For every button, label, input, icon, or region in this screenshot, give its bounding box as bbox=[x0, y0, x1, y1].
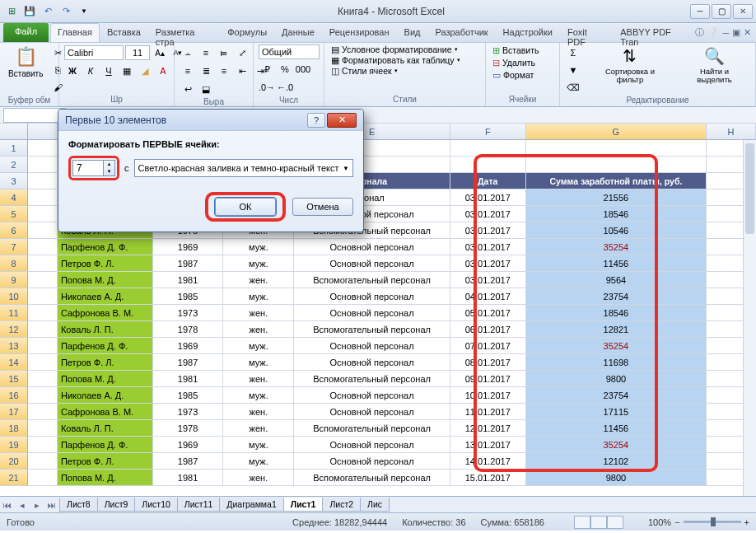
cell-D20[interactable]: муж. bbox=[223, 453, 294, 470]
comma-icon[interactable]: 000 bbox=[295, 61, 311, 77]
cell-F13[interactable]: 07.01.2017 bbox=[450, 338, 526, 354]
name-box[interactable] bbox=[3, 108, 66, 123]
cell-G20[interactable]: 12102 bbox=[526, 453, 707, 470]
sheet-nav-prev-icon[interactable]: ◂ bbox=[15, 498, 30, 512]
cell-F1[interactable] bbox=[450, 140, 526, 157]
cell-F19[interactable]: 13.01.2017 bbox=[450, 437, 526, 453]
cell-D19[interactable]: муж. bbox=[223, 437, 294, 453]
cell-A1[interactable] bbox=[28, 140, 58, 157]
maximize-button[interactable]: ▢ bbox=[712, 4, 731, 19]
cell-A4[interactable] bbox=[28, 189, 58, 206]
ribbon-tab-0[interactable]: Главная bbox=[50, 23, 100, 42]
cell-G10[interactable]: 23754 bbox=[526, 288, 707, 305]
cell-A16[interactable] bbox=[28, 387, 58, 404]
row-header-20[interactable]: 20 bbox=[0, 453, 28, 470]
cell-A14[interactable] bbox=[28, 354, 58, 371]
cell-C21[interactable]: 1981 bbox=[153, 470, 224, 486]
row-header-21[interactable]: 21 bbox=[0, 470, 28, 486]
cell-A3[interactable] bbox=[28, 173, 58, 189]
cell-D21[interactable]: жен. bbox=[223, 470, 294, 486]
align-top-icon[interactable]: ⫠ bbox=[180, 44, 196, 61]
dec-decimal-icon[interactable]: ←.0 bbox=[277, 79, 293, 96]
sheet-nav-last-icon[interactable]: ⏭ bbox=[44, 498, 59, 512]
align-middle-icon[interactable]: ≡ bbox=[198, 44, 214, 61]
cell-A10[interactable] bbox=[28, 288, 58, 305]
cell-A7[interactable] bbox=[28, 239, 58, 255]
dialog-help-button[interactable]: ? bbox=[307, 113, 325, 128]
cell-D8[interactable]: муж. bbox=[223, 255, 294, 272]
cell-D15[interactable]: жен. bbox=[223, 371, 294, 387]
sheet-tab-7[interactable]: Лис bbox=[360, 498, 390, 512]
row-header-17[interactable]: 17 bbox=[0, 404, 28, 420]
fill-icon[interactable]: ▼ bbox=[565, 62, 581, 78]
sheet-nav-first-icon[interactable]: ⏮ bbox=[0, 498, 15, 512]
clear-icon[interactable]: ⌫ bbox=[565, 79, 581, 96]
spinner-arrows[interactable]: ▲▼ bbox=[104, 160, 115, 176]
close-button[interactable]: ✕ bbox=[733, 4, 753, 19]
col-header-A[interactable] bbox=[28, 124, 58, 140]
dialog-close-button[interactable]: ✕ bbox=[327, 113, 357, 128]
find-select-button[interactable]: 🔍 Найти и выделить bbox=[679, 44, 750, 86]
cell-B21[interactable]: Попова М. Д. bbox=[58, 470, 153, 486]
align-bottom-icon[interactable]: ⫢ bbox=[216, 44, 232, 61]
cell-A9[interactable] bbox=[28, 272, 58, 288]
ribbon-tab-10[interactable]: ABBYY PDF Tran bbox=[613, 23, 695, 42]
undo-icon[interactable]: ↶ bbox=[40, 3, 56, 20]
cell-G1[interactable] bbox=[526, 140, 707, 157]
cell-A20[interactable] bbox=[28, 453, 58, 470]
cell-G18[interactable]: 11456 bbox=[526, 420, 707, 437]
mdi-close-icon[interactable]: ✕ bbox=[744, 27, 751, 38]
excel-icon[interactable]: ⊞ bbox=[3, 3, 20, 20]
font-color-icon[interactable]: A bbox=[155, 63, 171, 79]
bold-icon[interactable]: Ж bbox=[64, 63, 81, 79]
cell-F10[interactable]: 04.01.2017 bbox=[450, 288, 526, 305]
col-header-G[interactable]: G bbox=[526, 124, 707, 140]
fill-color-icon[interactable]: ◢ bbox=[137, 63, 153, 79]
cell-G9[interactable]: 9564 bbox=[526, 272, 707, 288]
cell-F3[interactable]: Дата bbox=[450, 173, 526, 189]
file-tab[interactable]: Файл bbox=[3, 23, 49, 42]
cell-E16[interactable]: Основной персонал bbox=[294, 387, 450, 404]
cell-C13[interactable]: 1969 bbox=[153, 338, 224, 354]
cell-E14[interactable]: Основной персонал bbox=[294, 354, 450, 371]
qat-more-icon[interactable]: ▼ bbox=[76, 3, 92, 20]
view-pagebreak-icon[interactable] bbox=[607, 516, 623, 529]
row-header-14[interactable]: 14 bbox=[0, 354, 28, 371]
row-header-4[interactable]: 4 bbox=[0, 189, 28, 206]
zoom-slider[interactable] bbox=[684, 521, 741, 523]
sheet-tab-5[interactable]: Лист1 bbox=[283, 498, 324, 512]
cell-D14[interactable]: муж. bbox=[223, 354, 294, 371]
cell-B18[interactable]: Коваль Л. П. bbox=[58, 420, 153, 437]
cell-F5[interactable]: 03.01.2017 bbox=[450, 206, 526, 222]
cell-F7[interactable]: 03.01.2017 bbox=[450, 239, 526, 255]
cell-E17[interactable]: Основной персонал bbox=[294, 404, 450, 420]
cell-C8[interactable]: 1987 bbox=[153, 255, 224, 272]
cell-C17[interactable]: 1973 bbox=[153, 404, 224, 420]
minimize-button[interactable]: ─ bbox=[690, 4, 710, 19]
cell-E7[interactable]: Основной персонал bbox=[294, 239, 450, 255]
cell-D17[interactable]: жен. bbox=[223, 404, 294, 420]
row-header-1[interactable]: 1 bbox=[0, 140, 28, 157]
cell-F4[interactable]: 03.01.2017 bbox=[450, 189, 526, 206]
save-icon[interactable]: 💾 bbox=[21, 3, 38, 20]
ribbon-tab-6[interactable]: Вид bbox=[397, 23, 428, 42]
count-input[interactable] bbox=[72, 160, 104, 176]
sheet-tab-3[interactable]: Лист11 bbox=[177, 498, 221, 512]
dialog-titlebar[interactable]: Первые 10 элементов ? ✕ bbox=[58, 110, 363, 131]
zoom-out-icon[interactable]: − bbox=[674, 517, 679, 527]
border-icon[interactable]: ▦ bbox=[119, 63, 135, 79]
cell-B7[interactable]: Парфенов Д. Ф. bbox=[58, 239, 153, 255]
format-as-table-button[interactable]: ▦Форматировать как таблицу▾ bbox=[329, 55, 462, 65]
cell-F9[interactable]: 03.01.2017 bbox=[450, 272, 526, 288]
row-header-7[interactable]: 7 bbox=[0, 239, 28, 255]
indent-dec-icon[interactable]: ⇤ bbox=[234, 63, 250, 79]
mdi-minimize-icon[interactable]: ─ bbox=[722, 28, 729, 38]
insert-cells-button[interactable]: ⊞Вставить bbox=[491, 44, 541, 56]
cell-B20[interactable]: Петров Ф. Л. bbox=[58, 453, 153, 470]
cell-D12[interactable]: жен. bbox=[223, 321, 294, 338]
cell-F17[interactable]: 11.01.2017 bbox=[450, 404, 526, 420]
wrap-text-icon[interactable]: ↩ bbox=[180, 81, 196, 97]
cell-E9[interactable]: Вспомогательный персонал bbox=[294, 272, 450, 288]
number-format-combo[interactable] bbox=[259, 44, 320, 59]
ribbon-tab-3[interactable]: Формулы bbox=[220, 23, 274, 42]
